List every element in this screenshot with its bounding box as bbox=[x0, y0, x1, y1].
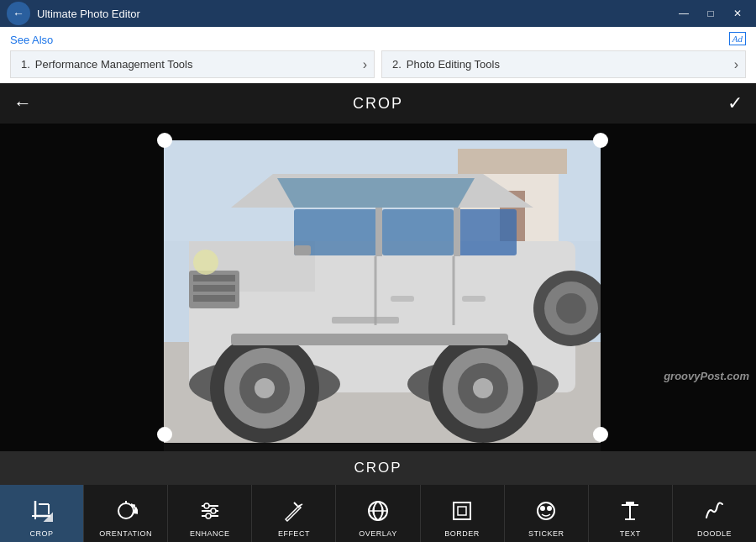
tool-orientation[interactable]: ORENTATION bbox=[84, 485, 168, 542]
svg-line-59 bbox=[297, 506, 299, 508]
effect-icon bbox=[282, 499, 306, 526]
title-bar: ← Ultimate Photo Editor — □ ✕ bbox=[0, 0, 756, 27]
crop-handle-bottom-right[interactable] bbox=[593, 427, 608, 442]
see-also-label: See Also bbox=[10, 34, 53, 46]
ad-items: 1. Performance Management Tools › 2. Pho… bbox=[10, 50, 746, 78]
text-icon bbox=[618, 499, 642, 526]
tool-overlay-label: OVERLAY bbox=[359, 529, 396, 538]
crop-handle-top-left[interactable] bbox=[157, 133, 172, 148]
ad-item-2[interactable]: 2. Photo Editing Tools › bbox=[381, 50, 746, 78]
crop-handle-bottom-left[interactable] bbox=[157, 427, 172, 442]
image-area: groovyPost.com bbox=[0, 124, 756, 451]
crop-bottom-label: CROP bbox=[354, 460, 402, 476]
ad-item-1-text: Performance Management Tools bbox=[35, 58, 193, 71]
jeep-image bbox=[164, 140, 601, 443]
tool-doodle[interactable]: DOODLE bbox=[673, 485, 756, 542]
tool-effect[interactable]: EFFECT bbox=[252, 485, 336, 542]
tool-doodle-label: DOODLE bbox=[697, 529, 732, 538]
crop-icon bbox=[30, 499, 54, 526]
ad-item-2-arrow: › bbox=[734, 57, 738, 72]
tool-enhance-label: ENHANCE bbox=[190, 529, 230, 538]
ad-item-2-number: 2. bbox=[392, 58, 402, 71]
orientation-icon bbox=[114, 499, 138, 526]
tool-text[interactable]: TEXT bbox=[589, 485, 673, 542]
app-title: Ultimate Photo Editor bbox=[37, 8, 672, 20]
close-button[interactable]: ✕ bbox=[726, 4, 749, 23]
svg-rect-63 bbox=[454, 503, 470, 519]
svg-point-47 bbox=[118, 503, 134, 518]
tool-text-label: TEXT bbox=[620, 529, 641, 538]
svg-point-55 bbox=[211, 508, 216, 513]
title-back-button[interactable]: ← bbox=[7, 2, 30, 25]
ad-item-1-number: 1. bbox=[21, 58, 30, 71]
ad-item-1[interactable]: 1. Performance Management Tools › bbox=[10, 50, 375, 78]
window-controls: — □ ✕ bbox=[672, 4, 749, 23]
tool-enhance[interactable]: ENHANCE bbox=[168, 485, 252, 542]
ad-banner: See Also Ad 1. Performance Management To… bbox=[0, 27, 756, 83]
crop-header-title: CROP bbox=[353, 95, 403, 113]
svg-rect-64 bbox=[458, 507, 466, 515]
svg-point-67 bbox=[548, 507, 551, 510]
crop-header: ← CROP ✓ bbox=[0, 83, 756, 124]
tool-orientation-label: ORENTATION bbox=[99, 529, 152, 538]
tool-sticker[interactable]: STICKER bbox=[505, 485, 589, 542]
minimize-button[interactable]: — bbox=[672, 4, 696, 23]
bottom-toolbar: CROP ORENTATION ENHANCE bbox=[0, 485, 756, 542]
svg-rect-39 bbox=[164, 140, 601, 443]
back-arrow-button[interactable]: ← bbox=[13, 92, 32, 114]
tool-border[interactable]: BORDER bbox=[421, 485, 505, 542]
svg-rect-72 bbox=[630, 503, 633, 505]
maximize-button[interactable]: □ bbox=[699, 4, 722, 23]
tool-overlay[interactable]: OVERLAY bbox=[336, 485, 420, 542]
tool-border-label: BORDER bbox=[444, 529, 480, 538]
ad-icon: Ad bbox=[729, 32, 746, 45]
doodle-icon bbox=[702, 499, 726, 526]
svg-point-56 bbox=[206, 513, 211, 518]
svg-point-65 bbox=[538, 503, 554, 519]
ad-item-1-arrow: › bbox=[363, 57, 367, 72]
svg-point-66 bbox=[541, 507, 544, 510]
tool-crop-label: CROP bbox=[30, 529, 54, 538]
crop-bottom-bar: CROP bbox=[0, 451, 756, 485]
tool-sticker-label: STICKER bbox=[528, 529, 564, 538]
ad-item-2-text: Photo Editing Tools bbox=[407, 58, 500, 71]
tool-effect-label: EFFECT bbox=[278, 529, 310, 538]
sticker-icon bbox=[534, 499, 558, 526]
svg-line-57 bbox=[294, 503, 297, 506]
enhance-icon bbox=[198, 499, 222, 526]
svg-point-54 bbox=[204, 503, 209, 508]
overlay-icon bbox=[366, 499, 390, 526]
crop-handle-top-right[interactable] bbox=[593, 133, 608, 148]
confirm-button[interactable]: ✓ bbox=[727, 92, 743, 114]
border-icon bbox=[450, 499, 474, 526]
tool-crop[interactable]: CROP bbox=[0, 485, 84, 542]
